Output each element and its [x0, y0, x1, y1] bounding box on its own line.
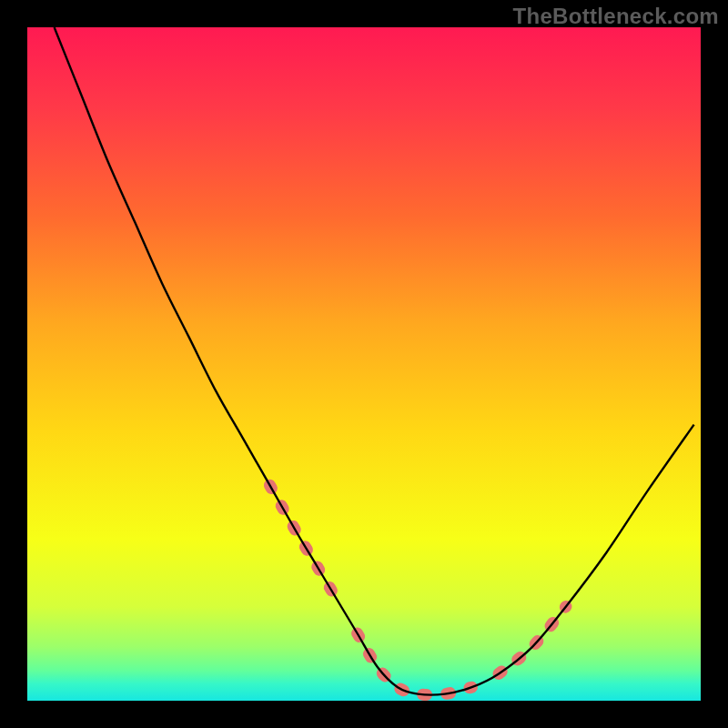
bottleneck-chart: [0, 0, 728, 728]
plot-background: [27, 27, 701, 701]
chart-frame: TheBottleneck.com: [0, 0, 728, 728]
watermark-text: TheBottleneck.com: [513, 4, 719, 29]
